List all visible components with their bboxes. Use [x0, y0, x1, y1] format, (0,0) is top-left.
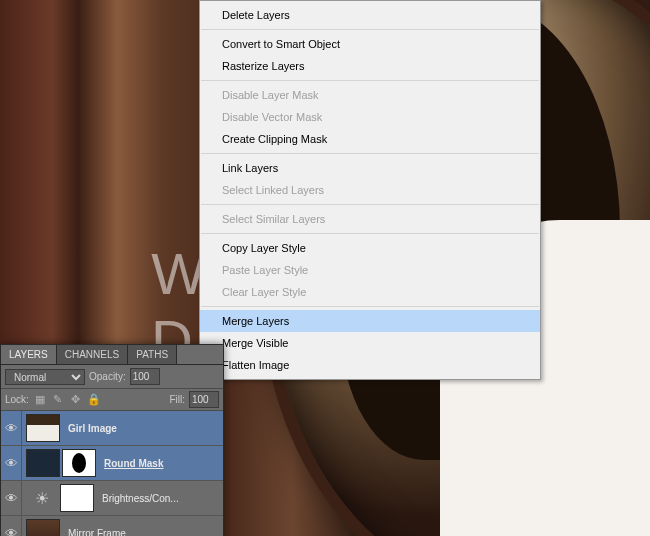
lock-transparent-icon[interactable]: ▦ — [33, 393, 47, 407]
menu-link-layers[interactable]: Link Layers — [200, 157, 540, 179]
menu-select-linked-layers: Select Linked Layers — [200, 179, 540, 201]
menu-flatten-image[interactable]: Flatten Image — [200, 354, 540, 376]
mask-thumbnail[interactable] — [62, 449, 96, 477]
adjustment-icon[interactable]: ☀ — [26, 485, 58, 511]
menu-separator — [201, 233, 539, 234]
menu-separator — [201, 153, 539, 154]
layer-mirror-frame[interactable]: 👁 Mirror Frame — [1, 516, 223, 536]
visibility-icon[interactable]: 👁 — [1, 481, 22, 515]
blend-mode-select[interactable]: Normal — [5, 369, 85, 385]
layer-round-mask[interactable]: 👁 Round Mask — [1, 446, 223, 481]
menu-convert-smart-object[interactable]: Convert to Smart Object — [200, 33, 540, 55]
layer-thumbnail[interactable] — [26, 449, 60, 477]
layer-brightness-contrast[interactable]: 👁 ☀ Brightness/Con... — [1, 481, 223, 516]
menu-rasterize-layers[interactable]: Rasterize Layers — [200, 55, 540, 77]
menu-create-clipping-mask[interactable]: Create Clipping Mask — [200, 128, 540, 150]
layer-name[interactable]: Mirror Frame — [64, 528, 126, 537]
lock-label: Lock: — [5, 394, 29, 405]
opacity-input[interactable] — [130, 368, 160, 385]
menu-merge-layers[interactable]: Merge Layers — [200, 310, 540, 332]
layer-girl-image[interactable]: 👁 Girl Image — [1, 411, 223, 446]
menu-copy-layer-style[interactable]: Copy Layer Style — [200, 237, 540, 259]
lock-position-icon[interactable]: ✥ — [69, 393, 83, 407]
menu-separator — [201, 306, 539, 307]
panel-tabs: LAYERS CHANNELS PATHS — [1, 345, 223, 365]
layers-panel: LAYERS CHANNELS PATHS Normal Opacity: Lo… — [0, 344, 224, 536]
visibility-icon[interactable]: 👁 — [1, 411, 22, 445]
menu-separator — [201, 80, 539, 81]
lock-all-icon[interactable]: 🔒 — [87, 393, 101, 407]
tab-paths[interactable]: PATHS — [128, 345, 177, 364]
menu-paste-layer-style: Paste Layer Style — [200, 259, 540, 281]
blend-row: Normal Opacity: — [1, 365, 223, 389]
mask-thumbnail[interactable] — [60, 484, 94, 512]
lock-row: Lock: ▦ ✎ ✥ 🔒 Fill: — [1, 389, 223, 411]
menu-select-similar-layers: Select Similar Layers — [200, 208, 540, 230]
tab-layers[interactable]: LAYERS — [1, 345, 57, 364]
context-menu: Delete Layers Convert to Smart Object Ra… — [199, 0, 541, 380]
menu-separator — [201, 204, 539, 205]
menu-delete-layers[interactable]: Delete Layers — [200, 4, 540, 26]
layer-thumbnail[interactable] — [26, 414, 60, 442]
menu-clear-layer-style: Clear Layer Style — [200, 281, 540, 303]
fill-label: Fill: — [169, 394, 185, 405]
layer-name[interactable]: Girl Image — [64, 423, 117, 434]
layer-name[interactable]: Brightness/Con... — [98, 493, 179, 504]
fill-input[interactable] — [189, 391, 219, 408]
tab-channels[interactable]: CHANNELS — [57, 345, 128, 364]
layer-thumbnail[interactable] — [26, 519, 60, 536]
menu-disable-vector-mask: Disable Vector Mask — [200, 106, 540, 128]
layers-list: 👁 Girl Image 👁 Round Mask 👁 ☀ Brightness… — [1, 411, 223, 536]
visibility-icon[interactable]: 👁 — [1, 446, 22, 480]
visibility-icon[interactable]: 👁 — [1, 516, 22, 536]
menu-separator — [201, 29, 539, 30]
menu-disable-layer-mask: Disable Layer Mask — [200, 84, 540, 106]
layer-name[interactable]: Round Mask — [100, 458, 163, 469]
menu-merge-visible[interactable]: Merge Visible — [200, 332, 540, 354]
lock-pixels-icon[interactable]: ✎ — [51, 393, 65, 407]
opacity-label: Opacity: — [89, 371, 126, 382]
